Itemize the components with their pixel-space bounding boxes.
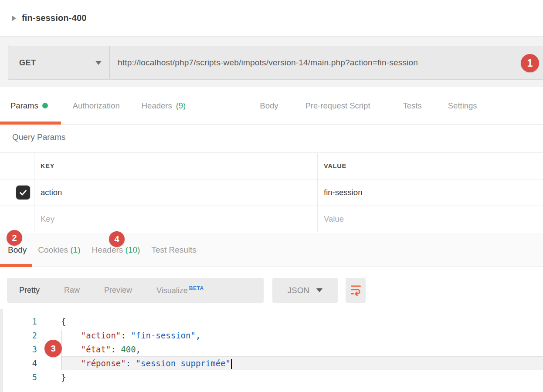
response-toolbar: Pretty Raw Preview VisualizeBETA JSON: [0, 267, 543, 311]
param-value-cell[interactable]: fin-session: [324, 188, 362, 197]
request-name[interactable]: fin-session-400: [22, 13, 87, 23]
beta-badge: BETA: [189, 285, 204, 291]
request-title-bar: fin-session-400: [0, 0, 543, 37]
code-line: 1 {: [0, 314, 543, 328]
table-header-row: KEY VALUE: [0, 152, 543, 179]
text-cursor: [231, 359, 232, 369]
param-key-placeholder[interactable]: Key: [41, 214, 54, 224]
response-tabs: Body Cookies (1) Headers (10) Test Resul…: [0, 233, 543, 267]
disclosure-triangle-icon[interactable]: [12, 16, 16, 21]
checkmark-icon: [18, 188, 28, 197]
chevron-down-icon: [95, 61, 102, 65]
line-number: 2: [0, 328, 37, 342]
query-params-section: Query Params KEY VALUE action fin-sessio…: [0, 125, 543, 233]
url-text: http://localhost/php7/scripts-web/impots…: [118, 58, 418, 68]
table-row: action fin-session: [0, 179, 543, 206]
tab-settings[interactable]: Settings: [448, 101, 477, 111]
response-tab-test-results-label: Test Results: [151, 245, 196, 254]
query-params-table: KEY VALUE action fin-session Key Value: [0, 152, 543, 232]
tab-pre-request-script-label: Pre-request Script: [305, 101, 370, 111]
tab-params[interactable]: Params: [10, 101, 48, 111]
response-tab-headers-count: (10): [126, 245, 140, 254]
tab-tests-label: Tests: [403, 101, 422, 111]
tab-body[interactable]: Body: [260, 101, 278, 111]
line-number: 5: [0, 370, 37, 384]
response-body-editor[interactable]: 1 { 2 "action": "fin-session", 3 "état":…: [0, 311, 543, 392]
format-dropdown[interactable]: JSON: [272, 278, 338, 303]
line-number: 1: [0, 314, 37, 328]
tab-settings-label: Settings: [448, 101, 477, 111]
code-lines: 1 { 2 "action": "fin-session", 3 "état":…: [0, 314, 543, 384]
tab-pre-request-script[interactable]: Pre-request Script: [305, 101, 370, 111]
param-value-placeholder[interactable]: Value: [324, 214, 344, 224]
key-column-header: KEY: [41, 162, 54, 169]
wrap-lines-button[interactable]: [346, 278, 366, 303]
view-preview-button[interactable]: Preview: [104, 286, 132, 295]
code-line: 5 }: [0, 370, 543, 384]
tab-headers-count: (9): [176, 101, 186, 111]
column-divider: [317, 152, 318, 232]
postman-window: fin-session-400 GET http://localhost/php…: [0, 0, 543, 392]
line-number: 4: [0, 356, 37, 370]
view-visualize-button[interactable]: VisualizeBETA: [156, 285, 204, 295]
tab-body-label: Body: [260, 101, 278, 111]
tab-authorization-label: Authorization: [73, 101, 120, 111]
response-tab-cookies[interactable]: Cookies (1): [38, 245, 80, 255]
view-raw-button[interactable]: Raw: [64, 286, 80, 295]
view-mode-group: Pretty Raw Preview VisualizeBETA: [7, 278, 264, 303]
value-column-header: VALUE: [324, 162, 346, 169]
request-tabs: Params Authorization Headers (9) Body Pr…: [0, 87, 543, 125]
method-dropdown[interactable]: GET: [8, 46, 110, 80]
response-tab-body-label: Body: [8, 245, 27, 254]
table-row-empty: Key Value: [0, 206, 543, 232]
url-bar-section: GET http://localhost/php7/scripts-web/im…: [0, 37, 543, 87]
chevron-down-icon: [316, 288, 322, 292]
response-tab-test-results[interactable]: Test Results: [151, 245, 196, 255]
code-line-active: 4 "réponse": "session supprimée": [0, 356, 543, 370]
column-divider: [34, 152, 34, 232]
code-line: 2 "action": "fin-session",: [0, 328, 543, 342]
annotation-badge-1: 1: [521, 54, 539, 72]
format-label: JSON: [288, 286, 310, 295]
query-params-heading: Query Params: [12, 132, 65, 142]
active-tab-underline: [0, 122, 61, 125]
annotation-badge-4: 4: [109, 231, 125, 247]
response-tab-cookies-label: Cookies: [38, 245, 68, 254]
view-pretty-button[interactable]: Pretty: [19, 286, 40, 295]
tab-authorization[interactable]: Authorization: [73, 101, 120, 111]
param-checkbox[interactable]: [16, 186, 30, 199]
tab-headers-label: Headers: [142, 101, 172, 111]
wrap-lines-icon: [350, 284, 362, 297]
param-key-cell[interactable]: action: [41, 188, 62, 197]
line-number: 3: [0, 342, 37, 356]
tab-params-label: Params: [10, 101, 38, 111]
params-active-dot-icon: [42, 103, 48, 108]
code-line: 3 "état": 400,: [0, 342, 543, 356]
active-response-tab-underline: [0, 264, 32, 267]
method-label: GET: [19, 58, 36, 68]
tab-headers[interactable]: Headers (9): [142, 101, 186, 111]
url-input[interactable]: http://localhost/php7/scripts-web/impots…: [110, 46, 543, 80]
response-tab-cookies-count: (1): [70, 245, 80, 254]
tab-tests[interactable]: Tests: [403, 101, 422, 111]
annotation-badge-3: 3: [44, 340, 62, 357]
response-tab-body[interactable]: Body: [8, 245, 27, 255]
url-control: GET http://localhost/php7/scripts-web/im…: [8, 46, 543, 80]
view-visualize-label: Visualize: [156, 286, 188, 295]
annotation-badge-2: 2: [7, 230, 22, 246]
